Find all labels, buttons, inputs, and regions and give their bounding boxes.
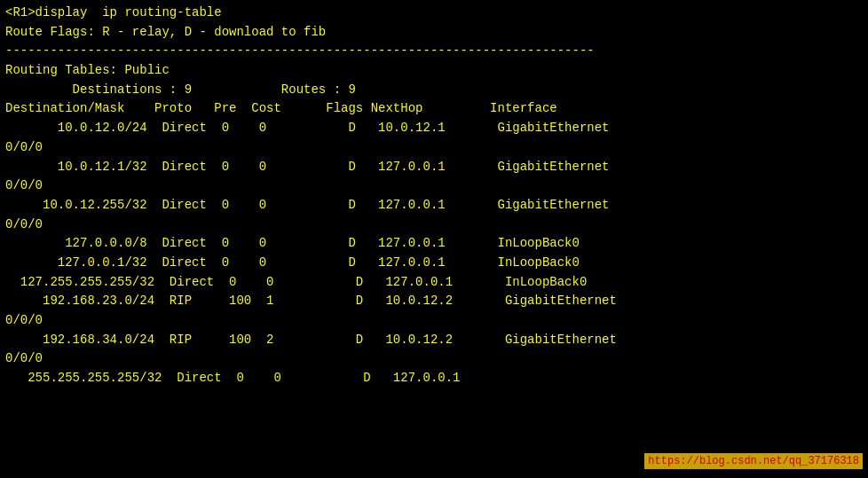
terminal-line-row9: 255.255.255.255/32 Direct 0 0 D 127.0.0.… — [5, 369, 863, 388]
terminal-line-row3a: 10.0.12.255/32 Direct 0 0 D 127.0.0.1 Gi… — [5, 196, 863, 215]
terminal-line-routing-tables: Routing Tables: Public — [5, 61, 863, 81]
terminal-line-row1b: 0/0/0 — [5, 138, 863, 158]
terminal-line-flags-desc: Route Flags: R - relay, D - download to … — [5, 23, 863, 43]
terminal-line-row4: 127.0.0.0/8 Direct 0 0 D 127.0.0.1 InLoo… — [5, 234, 863, 254]
terminal: <R1>display ip routing-tableRoute Flags:… — [5, 4, 863, 474]
terminal-line-row7a: 192.168.23.0/24 RIP 100 1 D 10.0.12.2 Gi… — [5, 292, 863, 311]
terminal-line-row3b: 0/0/0 — [5, 215, 863, 235]
terminal-line-row8a: 192.168.34.0/24 RIP 100 2 D 10.0.12.2 Gi… — [5, 331, 863, 350]
terminal-line-row8b: 0/0/0 — [5, 349, 863, 369]
terminal-line-row7b: 0/0/0 — [5, 311, 863, 331]
terminal-line-row6: 127.255.255.255/32 Direct 0 0 D 127.0.0.… — [5, 273, 863, 293]
terminal-line-destinations: Destinations : 9 Routes : 9 — [5, 81, 863, 100]
terminal-line-separator: ----------------------------------------… — [5, 42, 863, 61]
terminal-line-cmd: <R1>display ip routing-table — [5, 4, 863, 23]
terminal-line-header: Destination/Mask Proto Pre Cost Flags Ne… — [5, 99, 863, 119]
terminal-line-row2a: 10.0.12.1/32 Direct 0 0 D 127.0.0.1 Giga… — [5, 158, 863, 177]
terminal-line-row1a: 10.0.12.0/24 Direct 0 0 D 10.0.12.1 Giga… — [5, 119, 863, 138]
watermark: https://blog.csdn.net/qq_37176318 — [644, 453, 863, 469]
terminal-line-row5: 127.0.0.1/32 Direct 0 0 D 127.0.0.1 InLo… — [5, 254, 863, 273]
terminal-line-row2b: 0/0/0 — [5, 176, 863, 196]
